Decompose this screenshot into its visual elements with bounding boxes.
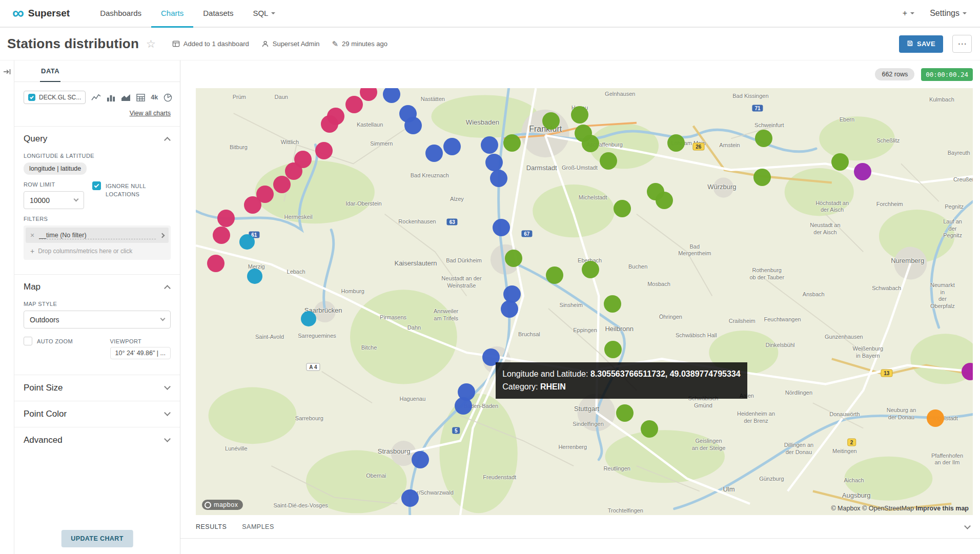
- tab-samples[interactable]: SAMPLES: [242, 523, 274, 530]
- top-navbar: ∞ Superset Dashboards Charts Datasets SQ…: [0, 0, 980, 28]
- lonlat-value-pill[interactable]: longitude | latitude: [24, 162, 87, 175]
- map-point[interactable]: [542, 112, 560, 130]
- favorite-star-icon[interactable]: ☆: [146, 38, 156, 50]
- map-point[interactable]: [582, 261, 599, 278]
- map-point[interactable]: [962, 363, 973, 380]
- map-point[interactable]: [503, 134, 521, 152]
- line-chart-icon[interactable]: [91, 93, 101, 102]
- dashboard-count-badge[interactable]: Added to 1 dashboard: [172, 40, 249, 48]
- map-point[interactable]: [927, 409, 944, 427]
- map-point[interactable]: [404, 117, 422, 134]
- row-limit-select[interactable]: 10000: [24, 191, 84, 209]
- table-icon[interactable]: [136, 93, 145, 102]
- view-all-charts-link[interactable]: View all charts: [130, 110, 171, 117]
- map-point[interactable]: [854, 163, 871, 180]
- chevron-down-icon: [271, 12, 275, 16]
- chevron-down-icon: [164, 410, 171, 417]
- filter-time-pill[interactable]: × __time (No filter): [26, 228, 169, 243]
- map-section-header[interactable]: Map: [24, 275, 171, 294]
- map-point[interactable]: [831, 153, 849, 171]
- map-point[interactable]: [600, 152, 617, 170]
- settings-menu-button[interactable]: Settings: [930, 9, 967, 18]
- auto-zoom-checkbox[interactable]: [24, 337, 32, 345]
- map-section: Map MAP STYLE Outdoors AUTO ZOOM: [14, 274, 180, 367]
- map-point[interactable]: [753, 169, 771, 186]
- big-number-icon[interactable]: 4k: [151, 94, 158, 101]
- osm-attribution-link[interactable]: © OpenStreetMap: [862, 505, 914, 512]
- map-point[interactable]: [481, 136, 498, 154]
- pie-chart-icon[interactable]: [164, 93, 172, 102]
- map-point[interactable]: [244, 196, 261, 214]
- nav-item-dashboards[interactable]: Dashboards: [90, 0, 151, 28]
- map-point[interactable]: [425, 145, 443, 162]
- map-point[interactable]: [345, 96, 363, 113]
- map-point[interactable]: [443, 138, 461, 155]
- last-modified[interactable]: ✎ 29 minutes ago: [332, 39, 387, 49]
- map-point[interactable]: [641, 420, 658, 438]
- map-point[interactable]: [217, 210, 235, 227]
- primary-nav: Dashboards Charts Datasets SQL: [90, 0, 285, 27]
- results-tabbar: RESULTS SAMPLES: [180, 515, 980, 539]
- deckgl-map[interactable]: PrümDaunNastättenGelnhausenBad Kissingen…: [196, 88, 973, 515]
- query-section-header[interactable]: Query: [24, 127, 171, 146]
- auto-zoom-row: AUTO ZOOM: [24, 337, 73, 346]
- superset-logo[interactable]: ∞ Superset: [12, 0, 70, 27]
- map-point[interactable]: [503, 285, 521, 303]
- bar-chart-icon[interactable]: [107, 93, 115, 102]
- point-size-section-header[interactable]: Point Size: [14, 375, 180, 401]
- point-color-section-header[interactable]: Point Color: [14, 401, 180, 427]
- tab-data[interactable]: DATA: [40, 60, 60, 82]
- map-point[interactable]: [301, 311, 316, 326]
- map-point[interactable]: [315, 142, 333, 159]
- map-point[interactable]: [239, 234, 255, 250]
- nav-item-sql[interactable]: SQL: [243, 0, 285, 28]
- map-point[interactable]: [604, 341, 622, 358]
- map-point[interactable]: [604, 295, 621, 313]
- map-point[interactable]: [213, 227, 230, 244]
- map-point[interactable]: [505, 250, 522, 267]
- area-chart-icon[interactable]: [121, 93, 131, 102]
- map-point[interactable]: [412, 451, 429, 468]
- improve-map-link[interactable]: Improve this map: [916, 505, 969, 512]
- map-point[interactable]: [207, 255, 224, 272]
- map-point[interactable]: [616, 404, 634, 422]
- viewport-value[interactable]: 10° 24' 49.86" | ...: [110, 347, 171, 359]
- map-point[interactable]: [656, 192, 673, 209]
- map-point[interactable]: [755, 130, 772, 147]
- map-point[interactable]: [493, 219, 510, 236]
- tab-results[interactable]: RESULTS: [196, 523, 227, 530]
- map-point[interactable]: [501, 300, 518, 318]
- map-point[interactable]: [360, 88, 377, 101]
- map-point[interactable]: [582, 135, 599, 152]
- viz-type-selected[interactable]: DECK.GL SC...: [24, 91, 86, 104]
- map-attribution: © Mapbox © OpenStreetMap Improve this ma…: [831, 505, 969, 512]
- collapse-results-icon[interactable]: [964, 523, 971, 529]
- map-point[interactable]: [490, 170, 507, 187]
- mapbox-logo[interactable]: mapbox: [202, 500, 243, 510]
- map-point[interactable]: [321, 115, 338, 133]
- map-point[interactable]: [667, 134, 685, 152]
- map-style-select[interactable]: Outdoors: [24, 311, 171, 329]
- more-options-button[interactable]: ⋯: [952, 35, 972, 53]
- map-point[interactable]: [401, 489, 419, 507]
- nav-item-charts[interactable]: Charts: [151, 0, 193, 28]
- map-point[interactable]: [273, 176, 291, 193]
- save-button[interactable]: SAVE: [899, 35, 943, 53]
- map-point[interactable]: [485, 154, 503, 171]
- advanced-section-header[interactable]: Advanced: [14, 427, 180, 453]
- mapbox-attribution-link[interactable]: © Mapbox: [831, 505, 860, 512]
- explore-main: DATA DECK.GL SC...: [0, 60, 980, 554]
- new-menu-button[interactable]: +: [903, 9, 914, 18]
- filter-drop-zone[interactable]: + Drop columns/metrics here or click: [26, 243, 169, 258]
- map-point[interactable]: [571, 106, 588, 124]
- map-point[interactable]: [546, 266, 563, 284]
- update-chart-button[interactable]: UPDATE CHART: [61, 530, 133, 547]
- map-point[interactable]: [383, 88, 400, 103]
- map-point[interactable]: [455, 397, 472, 415]
- map-point[interactable]: [614, 200, 631, 217]
- map-point[interactable]: [247, 269, 262, 284]
- ignore-null-checkbox[interactable]: [92, 181, 101, 190]
- remove-filter-icon[interactable]: ×: [30, 231, 34, 239]
- nav-item-datasets[interactable]: Datasets: [193, 0, 243, 28]
- expand-panel-icon[interactable]: [3, 68, 11, 554]
